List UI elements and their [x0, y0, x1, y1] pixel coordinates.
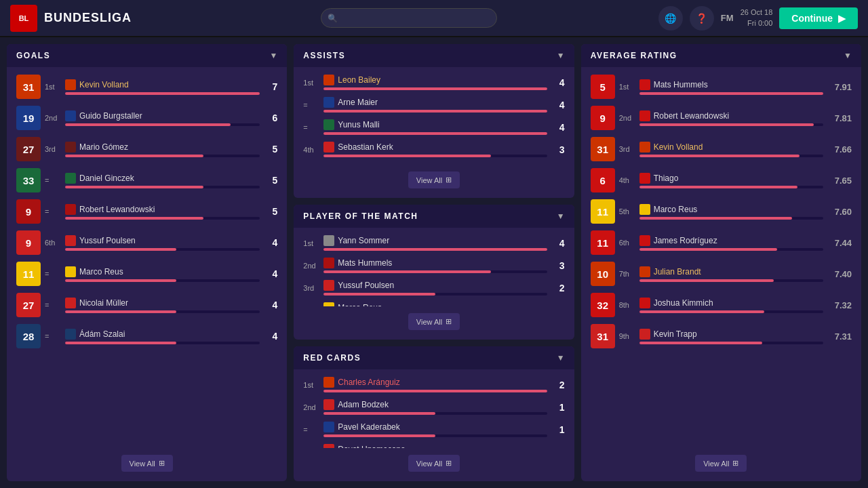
- player-name: Mats Hummels: [654, 80, 708, 89]
- progress-bar: [323, 270, 491, 273]
- potm-view-all-button[interactable]: View All ⊞: [408, 313, 460, 330]
- table-row: 31 1st Kevin Volland 7: [14, 71, 280, 102]
- assists-body: 1st Leon Bailey 4 = Arne Maier 4 =: [294, 67, 574, 165]
- stat-value: 3: [551, 260, 565, 271]
- stat-value: 3: [551, 144, 565, 155]
- player-info: Adam Bodzek: [323, 399, 547, 415]
- rank-label: =: [303, 101, 319, 109]
- table-row: 33 = Daniel Ginczek 5: [14, 165, 280, 196]
- progress-bar: [323, 248, 547, 251]
- table-row: 10 7th Julian Brandt 7.40: [588, 258, 854, 289]
- redcards-header: RED CARDS ▼: [294, 346, 574, 369]
- stat-value: 4: [264, 268, 277, 279]
- rank-label: 6th: [45, 239, 61, 247]
- team-badge: [323, 399, 334, 410]
- player-name: Nicolai Müller: [79, 298, 128, 308]
- player-name: Yussuf Poulsen: [338, 281, 394, 290]
- goals-body: 31 1st Kevin Volland 7 19 2nd Guido Burg…: [7, 67, 287, 448]
- rank-label: 2nd: [619, 114, 635, 122]
- rank-badge: 19: [16, 106, 41, 130]
- player-name: Ádám Szalai: [79, 329, 125, 339]
- team-badge: [323, 75, 334, 85]
- assists-panel: ASSISTS ▼ 1st Leon Bailey 4 = Arne Maier: [294, 44, 574, 198]
- progress-bar-wrap: [65, 279, 260, 282]
- progress-bar-wrap: [323, 132, 547, 135]
- team-badge: [639, 204, 650, 215]
- middle-column: ASSISTS ▼ 1st Leon Bailey 4 = Arne Maier: [294, 44, 574, 481]
- progress-bar-wrap: [323, 87, 547, 90]
- player-name: Leon Bailey: [338, 75, 380, 85]
- player-name: Yunus Malli: [338, 120, 379, 129]
- player-name: Marco Reus: [79, 267, 123, 277]
- progress-bar-wrap: [323, 390, 547, 392]
- player-info: Daniel Ginczek: [65, 173, 260, 188]
- rank-label: 3rd: [45, 145, 61, 153]
- player-info: Kevin Volland: [639, 142, 823, 157]
- rank-badge: 11: [591, 230, 615, 255]
- rank-label: 3rd: [619, 145, 635, 153]
- table-row: 31 9th Kevin Trapp 7.31: [588, 321, 854, 352]
- potm-panel: PLAYER OF THE MATCH ▼ 1st Yann Sommer 4 …: [294, 205, 574, 340]
- assists-collapse-icon[interactable]: ▼: [557, 51, 565, 60]
- progress-bar: [323, 110, 547, 113]
- progress-bar-wrap: [323, 434, 547, 437]
- redcards-collapse-icon[interactable]: ▼: [557, 353, 565, 363]
- player-info: Arne Maier: [323, 97, 547, 113]
- team-badge: [65, 79, 76, 90]
- progress-bar: [65, 92, 260, 95]
- progress-bar: [65, 155, 203, 157]
- redcards-view-all-button[interactable]: View All ⊞: [408, 455, 460, 472]
- player-name: Arne Maier: [338, 98, 378, 107]
- potm-collapse-icon[interactable]: ▼: [557, 211, 565, 221]
- assists-view-all-button[interactable]: View All ⊞: [408, 171, 460, 188]
- grid-icon: ⊞: [159, 459, 165, 468]
- rating-value: 7.91: [827, 82, 852, 92]
- progress-bar-wrap: [65, 217, 260, 220]
- progress-bar: [639, 342, 763, 344]
- avg-rating-view-all-button[interactable]: View All ⊞: [695, 455, 747, 472]
- search-input[interactable]: [321, 8, 497, 28]
- goals-collapse-icon[interactable]: ▼: [269, 51, 277, 60]
- progress-bar: [65, 342, 176, 344]
- table-row: 31 3rd Kevin Volland 7.66: [588, 134, 854, 165]
- table-row: 1st Yann Sommer 4: [300, 232, 567, 254]
- table-row: = Dayot Upamecano 1: [300, 441, 567, 448]
- team-badge: [65, 142, 76, 152]
- player-name: Charles Aránguiz: [338, 378, 399, 387]
- help-icon[interactable]: ❓: [690, 6, 714, 30]
- team-badge: [639, 173, 650, 184]
- rating-value: 7.31: [827, 331, 852, 342]
- progress-bar-wrap: [639, 310, 823, 313]
- table-row: 1st Leon Bailey 4: [300, 71, 567, 94]
- progress-bar: [639, 279, 774, 282]
- grid-icon: ⊞: [446, 176, 452, 184]
- progress-bar: [323, 87, 547, 90]
- continue-button[interactable]: Continue ▶: [779, 7, 858, 29]
- team-badge: [65, 235, 76, 246]
- goals-view-all-button[interactable]: View All ⊞: [121, 455, 173, 472]
- redcards-title: RED CARDS: [303, 353, 361, 363]
- progress-bar-wrap: [65, 155, 260, 157]
- rank-badge: 11: [16, 262, 41, 286]
- rank-label: 1st: [619, 83, 635, 91]
- progress-bar: [639, 123, 814, 126]
- team-badge: [323, 377, 334, 388]
- player-info: Pavel Kaderabek: [323, 422, 547, 437]
- team-badge: [65, 204, 76, 215]
- avg-rating-collapse-icon[interactable]: ▼: [844, 51, 852, 60]
- progress-bar-wrap: [639, 186, 823, 188]
- table-row: = Arne Maier 4: [300, 94, 567, 116]
- progress-bar-wrap: [65, 186, 260, 188]
- rank-badge: 31: [591, 137, 615, 161]
- rank-badge: 27: [16, 293, 41, 317]
- stat-value: 4: [551, 100, 565, 110]
- progress-bar-wrap: [639, 123, 823, 126]
- player-info: Robert Lewandowski: [65, 204, 260, 220]
- team-badge: [65, 266, 76, 277]
- stat-value: 6: [264, 113, 277, 123]
- globe-icon[interactable]: 🌐: [658, 6, 683, 30]
- table-row: 19 2nd Guido Burgstaller 6: [14, 102, 280, 134]
- table-row: = Yunus Malli 4: [300, 116, 567, 138]
- progress-bar: [639, 248, 777, 251]
- potm-body: 1st Yann Sommer 4 2nd Mats Hummels 3 3rd: [294, 228, 574, 306]
